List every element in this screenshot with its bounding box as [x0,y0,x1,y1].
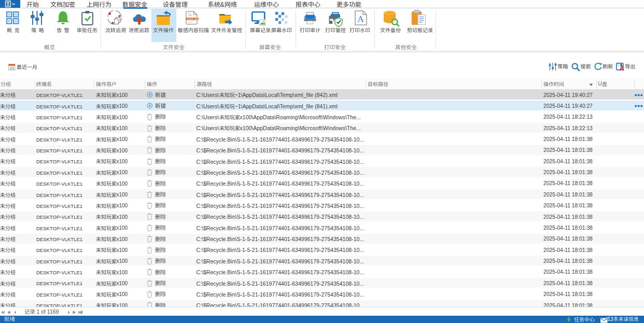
svg-text:A: A [357,14,364,24]
svg-text:23: 23 [10,65,14,70]
